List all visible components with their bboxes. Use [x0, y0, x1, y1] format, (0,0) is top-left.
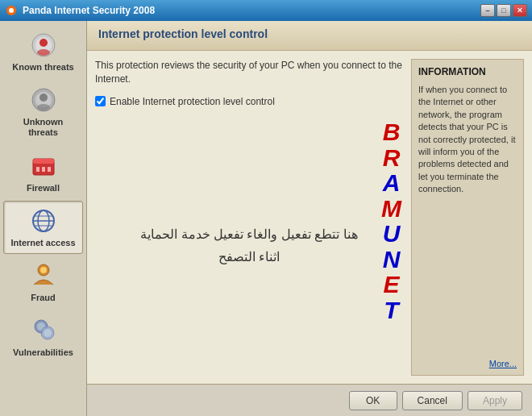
sidebar-item-unknown-threats[interactable]: Unknown threats	[3, 80, 83, 144]
known-threats-icon	[29, 31, 58, 60]
unknown-threats-icon	[29, 85, 58, 114]
apply-button[interactable]: Apply	[468, 391, 522, 410]
svg-point-5	[37, 49, 50, 56]
sidebar-item-known-threats[interactable]: Known threats	[3, 25, 83, 78]
svg-rect-11	[33, 159, 54, 164]
svg-rect-13	[42, 167, 45, 172]
svg-rect-12	[36, 167, 39, 172]
main-container: Known threats Unknown threats	[0, 21, 532, 416]
maximize-button[interactable]: □	[497, 4, 511, 17]
more-link[interactable]: More...	[418, 359, 517, 368]
app-icon	[5, 4, 18, 17]
sidebar-label-firewall: Firewall	[27, 183, 60, 193]
content-title: Internet protection level control	[98, 27, 521, 40]
info-title: INFORMATION	[418, 66, 517, 77]
arabic-line2: اثناء التصفح	[140, 246, 358, 269]
bottom-bar: OK Cancel Apply	[87, 384, 532, 416]
arabic-text: هنا تتطع تفعيل والغاء تفعيل خدمة الحماية…	[140, 223, 358, 270]
checkbox-row[interactable]: Enable Internet protection level control	[95, 96, 403, 107]
content-body: This protection reviews the security of …	[87, 51, 532, 384]
firewall-icon	[29, 152, 58, 181]
description-text: This protection reviews the security of …	[95, 59, 403, 86]
window-controls[interactable]: – □ ✕	[480, 4, 527, 17]
sidebar-item-firewall[interactable]: Firewall	[3, 146, 83, 199]
content-header: Internet protection level control	[87, 21, 532, 51]
content-area: Internet protection level control This p…	[87, 21, 532, 416]
ok-button[interactable]: OK	[349, 391, 397, 410]
sidebar-label-vulnerabilities: Vulnerabilities	[13, 347, 73, 358]
sidebar: Known threats Unknown threats	[0, 21, 87, 416]
svg-rect-14	[48, 167, 51, 172]
svg-point-4	[39, 39, 48, 47]
window-title: Panda Internet Security 2008	[23, 5, 480, 16]
vulnerabilities-icon	[29, 316, 58, 345]
arabic-line1: هنا تتطع تفعيل والغاء تفعيل خدمة الحماية	[140, 223, 358, 247]
svg-point-9	[37, 104, 50, 110]
info-text: If when you connect to the Internet or o…	[418, 84, 517, 356]
svg-point-1	[9, 8, 14, 13]
fraud-icon	[29, 261, 58, 290]
title-bar: Panda Internet Security 2008 – □ ✕	[0, 0, 532, 21]
svg-point-21	[40, 267, 47, 273]
sidebar-item-internet-access[interactable]: Internet access	[3, 201, 83, 254]
sidebar-label-known-threats: Known threats	[12, 62, 73, 73]
svg-point-25	[44, 329, 52, 337]
sidebar-label-fraud: Fraud	[31, 293, 56, 303]
sidebar-label-internet-access: Internet access	[10, 238, 75, 248]
svg-point-8	[39, 94, 48, 102]
cancel-button[interactable]: Cancel	[402, 391, 463, 410]
main-panel: This protection reviews the security of …	[95, 59, 403, 376]
close-button[interactable]: ✕	[513, 4, 527, 17]
sidebar-label-unknown-threats: Unknown threats	[7, 117, 79, 138]
internet-access-icon	[29, 206, 58, 235]
enable-protection-checkbox[interactable]	[95, 96, 106, 106]
arabic-text-area: هنا تتطع تفعيل والغاء تفعيل خدمة الحماية…	[95, 117, 403, 376]
enable-protection-label: Enable Internet protection level control	[110, 96, 275, 107]
sidebar-item-fraud[interactable]: Fraud	[3, 256, 83, 309]
minimize-button[interactable]: –	[480, 4, 495, 17]
sidebar-item-vulnerabilities[interactable]: Vulnerabilities	[3, 310, 83, 364]
info-panel: INFORMATION If when you connect to the I…	[411, 59, 524, 376]
